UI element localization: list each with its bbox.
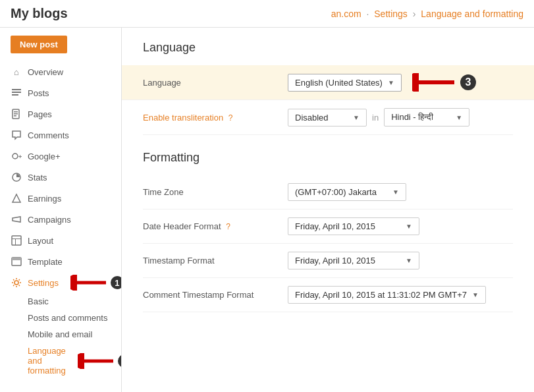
- chevron-down-icon-dh: ▼: [406, 223, 412, 230]
- arrow3-icon: [412, 73, 455, 92]
- date-header-row-label: Date Header Format ?: [143, 221, 288, 231]
- sidebar-item-posts[interactable]: Posts: [0, 82, 121, 103]
- comment-timestamp-row-control: Friday, April 10, 2015 at 11:31:02 PM GM…: [288, 286, 513, 304]
- googleplus-icon: +: [11, 150, 22, 162]
- sidebar-item-campaigns[interactable]: Campaigns: [0, 209, 121, 230]
- sidebar-sub-posts-comments[interactable]: Posts and comments: [28, 310, 121, 326]
- sidebar-item-campaigns-label: Campaigns: [28, 215, 71, 225]
- sidebar-sub-posts-label: Posts and comments: [28, 313, 107, 323]
- sidebar-sub-mobile-email[interactable]: Mobile and email: [28, 326, 121, 343]
- annotation-1-badge: 1: [111, 276, 122, 289]
- date-header-dropdown[interactable]: Friday, April 10, 2015 ▼: [288, 217, 419, 235]
- annotation-3: 3: [412, 73, 476, 92]
- chevron-down-icon-tz: ▼: [392, 188, 399, 196]
- breadcrumb-current[interactable]: Language and formatting: [421, 9, 523, 19]
- comment-timestamp-row: Comment Timestamp Format Friday, April 1…: [143, 278, 513, 312]
- timestamp-row-label: Timestamp Format: [143, 256, 288, 266]
- formatting-section: Formatting Time Zone (GMT+07:00) Jakarta…: [143, 151, 513, 312]
- date-header-row: Date Header Format ? Friday, April 10, 2…: [143, 210, 513, 244]
- sidebar-item-googleplus[interactable]: + Google+: [0, 146, 121, 167]
- transliteration-lang-dropdown[interactable]: Hindi - हिन्दी ▼: [384, 108, 469, 126]
- annotation-1: 1: [70, 275, 122, 291]
- timezone-row-control: (GMT+07:00) Jakarta ▼: [288, 183, 513, 201]
- my-blogs-title: My blogs: [11, 6, 68, 21]
- svg-rect-2: [12, 94, 18, 96]
- sidebar-sub-basic[interactable]: Basic: [28, 293, 121, 310]
- campaigns-icon: [11, 213, 22, 225]
- sidebar-item-layout-label: Layout: [28, 236, 53, 246]
- formatting-section-title: Formatting: [143, 151, 513, 165]
- sidebar-item-comments-label: Comments: [28, 130, 69, 140]
- sidebar-item-layout[interactable]: Layout: [0, 230, 121, 251]
- pages-icon: [11, 108, 22, 120]
- sidebar-item-pages[interactable]: Pages: [0, 103, 121, 125]
- new-post-button[interactable]: New post: [11, 36, 67, 53]
- content: Language Language English (United States…: [122, 28, 534, 392]
- breadcrumb-sep1: ·: [366, 9, 369, 19]
- template-icon: [11, 256, 22, 267]
- svg-rect-0: [12, 89, 21, 90]
- breadcrumb-settings[interactable]: Settings: [374, 9, 408, 19]
- transliteration-row-label: Enable transliteration ?: [143, 113, 288, 123]
- timezone-row-label: Time Zone: [143, 187, 288, 197]
- help-icon[interactable]: ?: [228, 113, 233, 123]
- timezone-value: (GMT+07:00) Jakarta: [295, 187, 377, 197]
- chevron-down-icon-trans: ▼: [353, 114, 360, 121]
- sidebar-item-template-label: Template: [28, 257, 63, 267]
- timezone-row: Time Zone (GMT+07:00) Jakarta ▼: [143, 175, 513, 210]
- transliteration-row-control: Disabled ▼ in Hindi - हिन्दी ▼: [288, 108, 513, 126]
- date-header-row-control: Friday, April 10, 2015 ▼: [288, 217, 513, 235]
- breadcrumb-sep2: ›: [413, 9, 416, 19]
- svg-point-16: [14, 281, 18, 285]
- sidebar-item-overview[interactable]: ⌂ Overview: [0, 61, 121, 82]
- date-header-label-text: Date Header Format: [143, 221, 221, 231]
- language-row-label: Language: [143, 78, 288, 88]
- language-section-title: Language: [143, 41, 513, 55]
- comments-icon: [11, 129, 22, 141]
- timezone-dropdown[interactable]: (GMT+07:00) Jakarta ▼: [288, 183, 406, 201]
- chevron-down-icon: ▼: [388, 79, 394, 86]
- transliteration-disabled-dropdown[interactable]: Disabled ▼: [288, 109, 367, 126]
- comment-timestamp-value: Friday, April 10, 2015 at 11:31:02 PM GM…: [295, 290, 467, 300]
- chevron-down-icon-ct: ▼: [472, 291, 479, 298]
- language-dropdown-value: English (United States): [295, 78, 383, 88]
- svg-rect-13: [15, 238, 16, 245]
- sidebar-item-stats-label: Stats: [28, 173, 47, 182]
- sidebar-sub-basic-label: Basic: [28, 296, 49, 306]
- transliteration-link[interactable]: Enable transliteration: [143, 113, 223, 123]
- sidebar-sub-lang-label: Language and formatting: [28, 346, 66, 376]
- sidebar-item-settings-label: Settings: [28, 278, 59, 288]
- header: My blogs an.com · Settings › Language an…: [0, 0, 534, 28]
- svg-point-7: [13, 154, 18, 159]
- sidebar-item-googleplus-label: Google+: [28, 152, 61, 161]
- sidebar-item-settings[interactable]: Settings: [0, 272, 69, 293]
- sidebar-item-template[interactable]: Template: [0, 251, 121, 272]
- svg-rect-4: [14, 111, 18, 113]
- breadcrumb: an.com · Settings › Language and formatt…: [331, 9, 523, 19]
- posts-icon: [11, 87, 22, 99]
- breadcrumb-domain[interactable]: an.com: [331, 9, 361, 19]
- arrow2-icon: [78, 353, 114, 369]
- sidebar-item-overview-label: Overview: [28, 67, 63, 77]
- comment-timestamp-row-label: Comment Timestamp Format: [143, 290, 288, 300]
- earnings-icon: [11, 192, 22, 204]
- sidebar-sub-language-formatting[interactable]: Language and formatting: [28, 343, 76, 379]
- sidebar-item-comments[interactable]: Comments: [0, 125, 121, 146]
- in-text: in: [372, 113, 379, 123]
- annotation-3-badge: 3: [460, 74, 476, 90]
- sidebar-item-earnings[interactable]: Earnings: [0, 188, 121, 209]
- language-dropdown[interactable]: English (United States) ▼: [288, 74, 402, 92]
- transliteration-disabled-value: Disabled: [295, 113, 329, 123]
- sidebar-item-earnings-label: Earnings: [28, 194, 61, 204]
- date-header-value: Friday, April 10, 2015: [295, 221, 375, 231]
- sidebar-item-stats[interactable]: Stats: [0, 167, 121, 188]
- settings-icon: [11, 277, 22, 289]
- transliteration-row: Enable transliteration ? Disabled ▼ in H…: [143, 100, 513, 135]
- comment-timestamp-dropdown[interactable]: Friday, April 10, 2015 at 11:31:02 PM GM…: [288, 286, 486, 304]
- sidebar-sub: Basic Posts and comments Mobile and emai…: [0, 293, 121, 379]
- svg-marker-10: [13, 194, 20, 202]
- help-icon-date[interactable]: ?: [226, 222, 230, 231]
- timestamp-dropdown[interactable]: Friday, April 10, 2015 ▼: [288, 252, 419, 269]
- chevron-down-icon-lang: ▼: [456, 114, 462, 121]
- language-row: Language English (United States) ▼ 3: [122, 65, 534, 100]
